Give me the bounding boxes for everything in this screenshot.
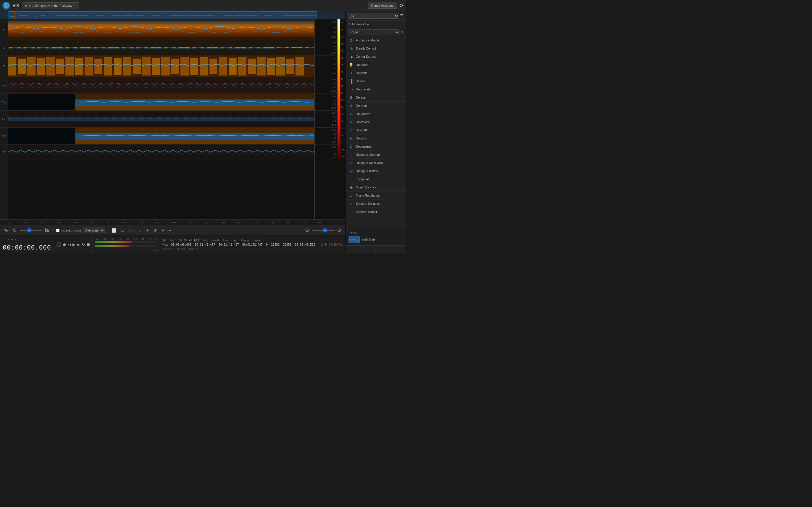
module-item-music-rebalance[interactable]: ♫ Music Rebalance bbox=[346, 191, 406, 200]
mouth-de-click-icon: ◉ bbox=[349, 185, 354, 190]
track-Lss[interactable] bbox=[8, 77, 314, 94]
zoom-slider-v[interactable] bbox=[312, 230, 335, 231]
svg-rect-7 bbox=[8, 20, 314, 39]
repair-assistant-button[interactable]: Repair Assistant bbox=[368, 3, 397, 9]
svg-rect-55 bbox=[75, 139, 314, 145]
module-item-de-click[interactable]: ✦ De-click bbox=[346, 69, 406, 77]
zoom-slider[interactable] bbox=[20, 230, 42, 231]
zoom-out-button[interactable] bbox=[11, 227, 18, 233]
waveform-view-button[interactable] bbox=[2, 227, 10, 233]
module-item-dialogue-contour[interactable]: ⌇ Dialogue Contour bbox=[346, 151, 406, 159]
repair-category-select[interactable]: Repair bbox=[348, 29, 400, 35]
zoom-in-h-button[interactable] bbox=[304, 227, 311, 233]
selection-tool-button[interactable]: ⬜ bbox=[110, 227, 118, 234]
module-item-de-ess[interactable]: S De-ess bbox=[346, 94, 406, 102]
svg-text:65: 65 bbox=[341, 99, 343, 101]
module-item-de-crackle[interactable]: ⋯ De-crackle bbox=[346, 86, 406, 94]
time-ruler: 0:00 0:05 0:10 0:15 0:20 0:25 0:30 0:35 … bbox=[0, 219, 345, 225]
next-button[interactable]: ⏭ bbox=[77, 242, 81, 247]
track-L[interactable] bbox=[8, 19, 314, 40]
channel-label-Lss: Lss bbox=[0, 77, 8, 94]
cursor-time-value: 00:01:40.519 bbox=[295, 243, 315, 246]
loop-button[interactable]: ↻ bbox=[82, 242, 85, 247]
module-item-center-extract[interactable]: ◑ Center Extract bbox=[346, 53, 406, 61]
module-item-de-reverb[interactable]: ⊜ De-reverb bbox=[346, 118, 406, 126]
high-label: High bbox=[232, 239, 238, 242]
panel-expand-button[interactable]: › bbox=[346, 245, 406, 253]
track-Rss[interactable] bbox=[8, 94, 314, 111]
svg-text:95: 95 bbox=[341, 142, 343, 144]
lasso-button[interactable]: ○ bbox=[137, 227, 143, 234]
dialogue-contour-icon: ⌇ bbox=[349, 152, 354, 157]
record-button[interactable]: ⏺ bbox=[62, 242, 66, 247]
module-item-spectral-de-noise[interactable]: ∿ Spectral De-noise bbox=[346, 200, 406, 208]
channel-labels: L C R Lss Rss Lsr Rsr LFE bbox=[0, 19, 8, 219]
prev-button[interactable]: ⏮ bbox=[67, 242, 71, 247]
spectrogram-button[interactable] bbox=[43, 227, 51, 233]
module-item-spectral-repair[interactable]: ⊡ Spectral Repair bbox=[346, 208, 406, 216]
headphone-button[interactable]: 🎧 bbox=[56, 242, 61, 247]
high-value: 22050 bbox=[271, 243, 280, 246]
level-meter-area: -Inf.-60-50-40-30-20-10-30 -Inf bbox=[93, 235, 159, 253]
breath-control-icon: ◎ bbox=[349, 46, 354, 51]
low-value: 0 bbox=[266, 243, 268, 246]
module-item-ambience-match[interactable]: ⊙ Ambience Match bbox=[346, 36, 406, 45]
de-bleed-label: De-bleed bbox=[356, 63, 368, 66]
panel-filter-select[interactable]: All Repair bbox=[348, 13, 399, 18]
track-LFE[interactable] bbox=[8, 145, 314, 160]
attenuation-select[interactable]: Attenuate Remove Keep bbox=[83, 228, 105, 233]
panel-menu-button[interactable]: ☰ bbox=[400, 13, 404, 18]
module-item-mouth-de-click[interactable]: ◉ Mouth De-click bbox=[346, 183, 406, 191]
module-item-dialogue-isolate[interactable]: ⊞ Dialogue Isolate bbox=[346, 167, 406, 175]
instant-process-checkbox[interactable] bbox=[56, 229, 59, 232]
de-clip-icon: ▐ bbox=[349, 78, 354, 83]
toolbar: Instant process Attenuate Remove Keep ⬜ … bbox=[0, 225, 345, 235]
module-item-deconstruct[interactable]: ⚙ Deconstruct bbox=[346, 143, 406, 151]
rect-select-button[interactable]: ▭ bbox=[119, 227, 126, 234]
module-item-de-hum[interactable]: ⊘ De-hum bbox=[346, 102, 406, 110]
svg-rect-36 bbox=[238, 57, 246, 75]
time-select-button[interactable]: ⟺ bbox=[127, 227, 136, 234]
deconstruct-label: Deconstruct bbox=[356, 145, 372, 148]
spectral-de-noise-icon: ∿ bbox=[349, 201, 354, 206]
module-item-de-clip[interactable]: ▐ De-clip bbox=[346, 77, 406, 86]
meter-labels: -Inf.-60-50-40-30-20-10-30 bbox=[95, 238, 156, 240]
module-item-de-bleed[interactable]: 💡 De-bleed bbox=[346, 61, 406, 69]
waveform-area: L C R Lss Rss Lsr Rsr LFE bbox=[0, 11, 345, 253]
magic-wand-button[interactable]: ✦ bbox=[144, 227, 151, 234]
overview-bar[interactable] bbox=[0, 11, 345, 19]
tab-close-button[interactable]: × bbox=[74, 4, 76, 8]
stop-button[interactable]: ⏹ bbox=[86, 242, 90, 247]
track-Lsr[interactable] bbox=[8, 111, 314, 128]
svg-text:60: 60 bbox=[341, 92, 343, 94]
module-item-de-rustle[interactable]: ∿ De-rustle bbox=[346, 126, 406, 134]
svg-rect-9 bbox=[8, 40, 314, 56]
track-R[interactable] bbox=[8, 56, 314, 77]
module-chain-row[interactable]: ≡ Module Chain bbox=[346, 20, 406, 28]
cursor-label: Cursor bbox=[252, 239, 261, 242]
settings-icon-button[interactable]: ⟳ bbox=[400, 3, 404, 9]
module-item-interpolate[interactable]: ∫ Interpolate bbox=[346, 175, 406, 183]
module-item-de-wind[interactable]: ≋ De-wind bbox=[346, 134, 406, 143]
start-label: Start bbox=[169, 239, 175, 242]
svg-rect-26 bbox=[142, 57, 151, 75]
dialogue-de-reverb-icon: ⊕ bbox=[349, 160, 354, 165]
module-item-breath-control[interactable]: ◎ Breath Control bbox=[346, 45, 406, 53]
history-thumbnail bbox=[349, 236, 360, 243]
brush-button[interactable]: ⊛ bbox=[152, 227, 159, 234]
eraser-button[interactable]: ≡ bbox=[160, 227, 165, 234]
svg-text:105: 105 bbox=[341, 156, 345, 158]
spectral-de-noise-label: Spectral De-noise bbox=[356, 202, 380, 205]
file-tab[interactable]: 7_1-Symphony-in-the-Park.wav × bbox=[22, 2, 79, 9]
track-C[interactable] bbox=[8, 40, 314, 56]
module-item-dialogue-de-reverb[interactable]: ⊕ Dialogue De-reverb bbox=[346, 159, 406, 167]
overview-waveform[interactable] bbox=[8, 11, 317, 19]
track-Rsr[interactable] bbox=[8, 128, 314, 145]
zoom-out-v-button[interactable] bbox=[336, 227, 343, 233]
pen-tool-button[interactable]: ✒ bbox=[167, 227, 173, 234]
module-item-de-plosive[interactable]: ⊛ De-plosive bbox=[346, 110, 406, 118]
svg-rect-28 bbox=[161, 57, 170, 75]
time-display-area: h:m:s.ms ▼ 00:00:00.000 bbox=[0, 235, 54, 253]
channel-label-Rss: Rss bbox=[0, 94, 8, 111]
play-button[interactable]: ▶ bbox=[72, 242, 75, 247]
